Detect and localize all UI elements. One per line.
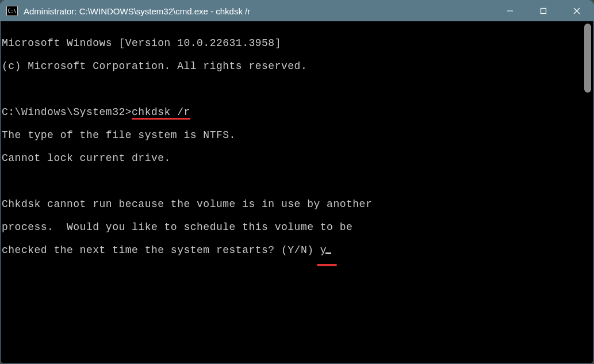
- command-text: chkdsk /r: [132, 106, 190, 120]
- svg-rect-1: [541, 9, 546, 14]
- blank-line: [2, 83, 592, 95]
- minimize-icon: [507, 7, 513, 14]
- prompt-line: C:\Windows\System32>chkdsk /r: [2, 106, 592, 118]
- cmd-window: C:\ Administrator: C:\WINDOWS\system32\c…: [0, 0, 594, 364]
- minimize-button[interactable]: [493, 1, 527, 21]
- prompt-text: C:\Windows\System32>: [2, 106, 132, 118]
- output-line: (c) Microsoft Corporation. All rights re…: [2, 60, 592, 72]
- close-button[interactable]: [560, 1, 593, 21]
- cmd-icon: C:\: [6, 6, 18, 16]
- titlebar[interactable]: C:\ Administrator: C:\WINDOWS\system32\c…: [1, 1, 593, 21]
- output-line: checked the next time the system restart…: [2, 244, 592, 256]
- output-line: Chkdsk cannot run because the volume is …: [2, 198, 592, 210]
- terminal-body[interactable]: Microsoft Windows [Version 10.0.22631.39…: [1, 21, 593, 363]
- blank-line: [2, 175, 592, 187]
- output-line: The type of the file system is NTFS.: [2, 129, 592, 141]
- terminal-content: Microsoft Windows [Version 10.0.22631.39…: [1, 21, 593, 283]
- window-title: Administrator: C:\WINDOWS\system32\cmd.e…: [24, 6, 493, 16]
- close-icon: [573, 7, 580, 14]
- maximize-icon: [540, 7, 547, 14]
- window-controls: [493, 1, 593, 21]
- maximize-button[interactable]: [527, 1, 560, 21]
- output-line: process. Would you like to schedule this…: [2, 221, 592, 233]
- user-input-text: y: [320, 244, 327, 256]
- scrollbar-thumb[interactable]: [584, 24, 591, 93]
- output-line: Microsoft Windows [Version 10.0.22631.39…: [2, 37, 592, 49]
- output-line: Cannot lock current drive.: [2, 152, 592, 164]
- prompt-question-text: checked the next time the system restart…: [2, 244, 320, 256]
